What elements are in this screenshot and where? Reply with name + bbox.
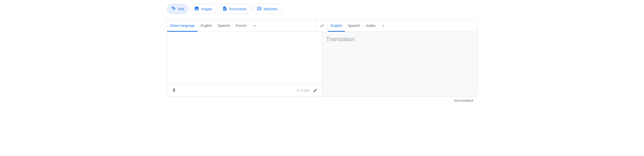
source-lang-english[interactable]: English <box>198 20 215 32</box>
tab-images[interactable]: Images <box>190 4 216 14</box>
tab-images-label: Images <box>201 7 212 11</box>
char-count: 0 / 5,000 <box>297 89 309 92</box>
target-lang-english[interactable]: English <box>328 20 345 32</box>
source-textarea[interactable] <box>171 36 318 80</box>
target-panel: Translation <box>322 32 477 96</box>
source-lang-spanish[interactable]: Spanish <box>215 20 233 32</box>
mode-tabs: Text Images Documents W <box>167 4 477 14</box>
send-feedback-link[interactable]: Send feedback <box>450 97 477 104</box>
language-row: Detect language English Spanish French <box>167 20 477 32</box>
source-lang-bar: Detect language English Spanish French <box>167 20 316 32</box>
edit-button[interactable] <box>311 87 319 94</box>
tab-text-label: Text <box>178 7 184 11</box>
tab-documents[interactable]: Documents <box>218 4 251 14</box>
source-panel: 0 / 5,000 <box>167 32 322 96</box>
source-text-area[interactable] <box>167 32 322 84</box>
source-lang-more-button[interactable] <box>250 22 259 30</box>
swap-languages-button[interactable] <box>316 20 328 32</box>
translation-placeholder: Translation <box>326 36 355 42</box>
source-lang-french[interactable]: French <box>233 20 250 32</box>
website-icon <box>257 6 262 12</box>
image-icon <box>194 6 199 12</box>
source-lang-detect[interactable]: Detect language <box>167 20 198 32</box>
microphone-button[interactable] <box>170 87 178 94</box>
source-footer-right: 0 / 5,000 <box>297 87 319 94</box>
content-row: 0 / 5,000 Translation <box>167 32 477 96</box>
translation-output: Translation <box>322 32 477 81</box>
target-lang-bar: English Spanish Arabic <box>328 20 477 32</box>
target-lang-spanish[interactable]: Spanish <box>345 20 363 32</box>
tab-documents-label: Documents <box>229 7 246 11</box>
target-lang-arabic[interactable]: Arabic <box>363 20 379 32</box>
target-lang-more-button[interactable] <box>380 22 388 30</box>
translator: Detect language English Spanish French <box>167 20 477 96</box>
tab-websites-label: Websites <box>264 7 278 11</box>
document-icon <box>222 6 227 12</box>
text-icon <box>171 6 176 12</box>
tab-text[interactable]: Text <box>167 4 188 14</box>
feedback-section: Send feedback <box>167 98 477 102</box>
source-footer: 0 / 5,000 <box>167 84 322 96</box>
tab-websites[interactable]: Websites <box>253 4 282 14</box>
